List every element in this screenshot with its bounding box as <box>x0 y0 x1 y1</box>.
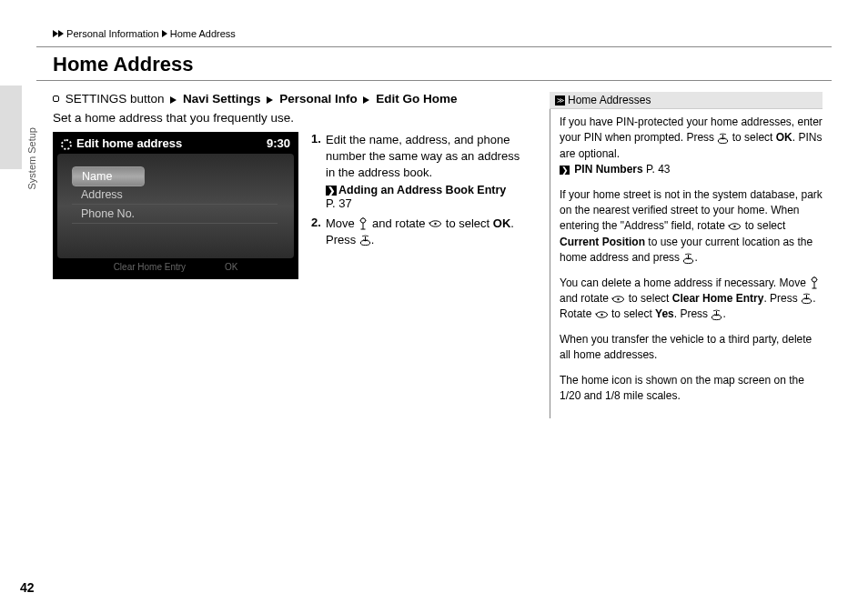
crossref-label: PIN Numbers <box>574 163 642 176</box>
navpath-seg: Personal Info <box>279 92 358 106</box>
sidebar-paragraph: You can delete a home address if necessa… <box>560 276 823 323</box>
navpath-arrow-icon <box>363 96 369 104</box>
rotate-dial-icon <box>728 221 742 232</box>
press-dial-icon <box>711 309 722 321</box>
steps-list: 1. Edit the name, address, and phone num… <box>311 132 531 279</box>
page-number: 42 <box>20 580 35 595</box>
sidebar-text-frag: and rotate <box>560 292 611 305</box>
sidebar-heading-text: Home Addresses <box>568 94 651 106</box>
sidebar-text-frag: to select <box>609 307 655 320</box>
breadcrumb: Personal Information Home Address <box>53 27 832 39</box>
gear-icon <box>61 139 72 150</box>
breadcrumb-arrow-icon <box>58 30 64 37</box>
joystick-move-icon <box>809 276 820 289</box>
breadcrumb-arrow-icon <box>162 30 167 37</box>
step-text-bold: OK <box>493 216 511 230</box>
press-dial-icon <box>359 235 371 246</box>
sidebar-text-bold: Current Position <box>560 236 645 248</box>
step-text: Move and rotate to select OK. Press . <box>326 216 531 248</box>
sidebar-text-bold: Clear Home Entry <box>672 292 764 305</box>
crossref-arrow-icon: ❯ <box>326 186 337 196</box>
screenshot-title: Edit home address <box>76 136 182 150</box>
divider <box>36 46 832 47</box>
navpath-arrow-icon <box>170 96 177 104</box>
rotate-dial-icon <box>595 309 609 320</box>
sidebar-text-frag: to select <box>729 131 775 144</box>
crossref-page: P. 43 <box>643 163 671 176</box>
page-title: Home Address <box>53 53 832 76</box>
step-crossref: ❯Adding an Address Book Entry <box>311 184 531 196</box>
sidebar-text-frag: . <box>694 251 697 264</box>
navpath-seg: Edit Go Home <box>376 92 457 106</box>
breadcrumb-item: Home Address <box>170 28 236 39</box>
device-screenshot: Edit home address 9:30 Name Address Phon… <box>53 132 298 279</box>
screenshot-footer-left: Clear Home Entry <box>114 262 186 272</box>
step-text: Edit the name, address, and phone number… <box>326 132 531 181</box>
press-dial-icon <box>801 293 812 305</box>
rotate-dial-icon <box>611 294 625 305</box>
crossref-label: Adding an Address Book Entry <box>338 184 506 196</box>
sidebar-heading: ≫Home Addresses <box>550 92 823 109</box>
screenshot-clock: 9:30 <box>267 136 290 150</box>
sidebar-paragraph: When you transfer the vehicle to a third… <box>560 332 823 364</box>
sidebar-paragraph: The home icon is shown on the map screen… <box>560 373 823 405</box>
sidebar-text-frag: You can delete a home address if necessa… <box>560 276 809 289</box>
breadcrumb-item: Personal Information <box>66 28 159 39</box>
sidebar-text-frag: . Press <box>674 307 712 320</box>
sidebar-text-frag: . <box>722 307 725 320</box>
step-number: 2. <box>311 216 326 248</box>
sidebar-body: If you have PIN-protected your home addr… <box>550 109 823 418</box>
screenshot-row-selected: Name <box>72 166 145 186</box>
sidebar-paragraph: If you have PIN-protected your home addr… <box>560 115 823 178</box>
sidebar-text-frag: to select <box>742 219 785 232</box>
crossref-arrow-icon: ❯ <box>560 166 570 175</box>
sidebar-text-frag: to select <box>625 292 671 305</box>
rotate-dial-icon <box>429 218 442 229</box>
nav-path: SETTINGS button Navi Settings Personal I… <box>53 92 531 106</box>
sidebar-text-bold: OK <box>776 131 792 144</box>
crossref-page: P. 37 <box>311 196 531 210</box>
sidebar-text-frag: . Press <box>763 292 801 305</box>
step-text-frag: to select <box>442 216 493 230</box>
screenshot-footer-right: OK <box>225 262 237 272</box>
navpath-arrow-icon <box>267 96 273 104</box>
step-number: 1. <box>311 132 326 181</box>
screenshot-row: Phone No. <box>72 205 278 224</box>
press-dial-icon <box>717 133 729 145</box>
sidebar-paragraph: If your home street is not in the system… <box>560 187 823 266</box>
sidebar-chevron-icon: ≫ <box>555 95 565 106</box>
sidebar-text-bold: Yes <box>655 307 674 320</box>
press-dial-icon <box>682 253 694 265</box>
divider <box>36 80 832 81</box>
section-tab <box>0 85 22 169</box>
joystick-move-icon <box>358 217 368 230</box>
step-text-frag: Move <box>326 216 358 230</box>
screenshot-row: Address <box>72 186 278 205</box>
intro-text: Set a home address that you frequently u… <box>53 111 531 125</box>
settings-button-icon <box>53 95 59 102</box>
step-text-frag: . <box>371 233 375 246</box>
navpath-seg: Navi Settings <box>183 92 261 106</box>
navpath-prefix: SETTINGS button <box>66 92 165 106</box>
step-text-frag: and rotate <box>368 216 429 230</box>
section-tab-label: System Setup <box>26 127 37 189</box>
